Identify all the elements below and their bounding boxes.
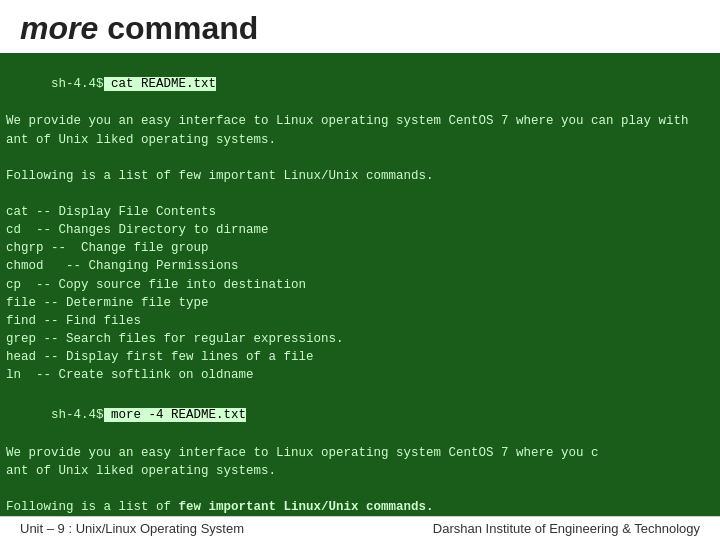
prompt-line-2: sh-4.4$ more -4 README.txt: [6, 388, 714, 442]
output-line-chgrp: chgrp -- Change file group: [6, 239, 714, 257]
footer-left: Unit – 9 : Unix/Linux Operating System: [20, 521, 244, 536]
header: more command: [0, 0, 720, 53]
output-line-cd: cd -- Changes Directory to dirname: [6, 221, 714, 239]
command-2: more -4 README.txt: [104, 408, 247, 422]
prompt-2: sh-4.4$: [51, 408, 104, 422]
output-line-1-1: ant of Unix liked operating systems.: [6, 131, 714, 149]
prompt-1: sh-4.4$: [51, 77, 104, 91]
terminal-area: sh-4.4$ cat README.txt We provide you an…: [0, 53, 720, 516]
output-line-cp: cp -- Copy source file into destination: [6, 276, 714, 294]
command-1: cat README.txt: [104, 77, 217, 91]
output-line-grep: grep -- Search files for regular express…: [6, 330, 714, 348]
output-line-1-blank2: [6, 185, 714, 203]
output-line-1-0: We provide you an easy interface to Linu…: [6, 112, 714, 130]
output-line-1-blank: [6, 149, 714, 167]
output-line-chmod: chmod -- Changing Permissions: [6, 257, 714, 275]
footer: Unit – 9 : Unix/Linux Operating System D…: [0, 516, 720, 540]
output-line-2-blank: [6, 480, 714, 498]
output-line-find: find -- Find files: [6, 312, 714, 330]
page-title: more command: [20, 10, 700, 47]
output-line-file: file -- Determine file type: [6, 294, 714, 312]
footer-right: Darshan Institute of Engineering & Techn…: [433, 521, 700, 536]
title-more: more: [20, 10, 98, 46]
output-line-head: head -- Display first few lines of a fil…: [6, 348, 714, 366]
output-line-2-2: Following is a list of few important Lin…: [6, 498, 714, 516]
output-line-cat: cat -- Display File Contents: [6, 203, 714, 221]
output-line-2-0: We provide you an easy interface to Linu…: [6, 444, 714, 462]
prompt-line-1: sh-4.4$ cat README.txt: [6, 57, 714, 111]
output-line-ln: ln -- Create softlink on oldname: [6, 366, 714, 384]
output-line-2-1: ant of Unix liked operating systems.: [6, 462, 714, 480]
page-container: more command sh-4.4$ cat README.txt We p…: [0, 0, 720, 540]
output-line-1-2: Following is a list of few important Lin…: [6, 167, 714, 185]
title-rest: command: [98, 10, 258, 46]
